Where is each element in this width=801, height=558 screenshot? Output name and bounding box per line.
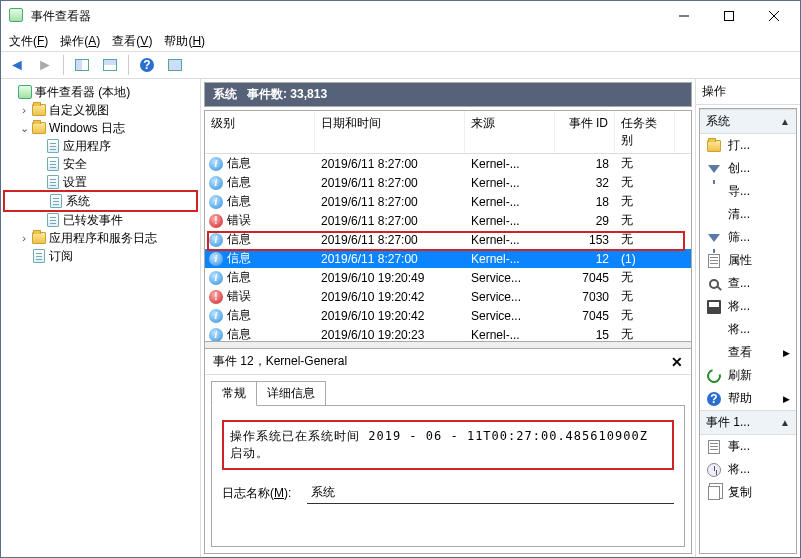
table-row[interactable]: i信息2019/6/11 8:27:00Kernel-...12(1) bbox=[205, 249, 691, 268]
back-button[interactable]: ◄ bbox=[5, 54, 29, 76]
prop-icon bbox=[706, 439, 722, 455]
svg-rect-0 bbox=[724, 12, 733, 21]
tree-subscriptions[interactable]: 订阅 bbox=[3, 247, 198, 265]
tree-app-service-logs[interactable]: ›应用程序和服务日志 bbox=[3, 229, 198, 247]
error-icon: ! bbox=[209, 290, 223, 304]
table-row[interactable]: i信息2019/6/10 19:20:42Service...7045无 bbox=[205, 306, 691, 325]
actions-header: 操作 bbox=[696, 79, 800, 105]
info-icon: i bbox=[209, 309, 223, 323]
title-bar: 事件查看器 bbox=[1, 1, 800, 31]
minimize-button[interactable] bbox=[661, 2, 706, 30]
col-level[interactable]: 级别 bbox=[205, 111, 315, 153]
table-row[interactable]: i信息2019/6/11 8:27:00Kernel-...18无 bbox=[205, 192, 691, 211]
refresh-icon-icon bbox=[706, 368, 722, 384]
chevron-up-icon: ▲ bbox=[780, 417, 790, 428]
action-item[interactable]: 将... bbox=[700, 295, 796, 318]
panes-button-3[interactable] bbox=[163, 54, 187, 76]
table-row[interactable]: i信息2019/6/10 19:20:49Service...7045无 bbox=[205, 268, 691, 287]
action-item[interactable]: 刷新 bbox=[700, 364, 796, 387]
funnel-icon-icon bbox=[706, 230, 722, 246]
grid-header[interactable]: 级别 日期和时间 来源 事件 ID 任务类别 bbox=[205, 111, 691, 154]
menu-file[interactable]: 文件(F) bbox=[9, 33, 48, 50]
menu-bar: 文件(F) 操作(A) 查看(V) 帮助(H) bbox=[1, 31, 800, 51]
table-row[interactable]: i信息2019/6/11 8:27:00Kernel-...18无 bbox=[205, 154, 691, 173]
app-icon bbox=[9, 8, 25, 24]
action-item[interactable]: 清... bbox=[700, 203, 796, 226]
tree-windows-logs[interactable]: ⌄Windows 日志 bbox=[3, 119, 198, 137]
info-icon: i bbox=[209, 157, 223, 171]
action-item[interactable]: ?帮助▶ bbox=[700, 387, 796, 410]
error-icon: ! bbox=[209, 214, 223, 228]
chevron-up-icon: ▲ bbox=[780, 116, 790, 127]
info-icon: i bbox=[209, 328, 223, 342]
action-item[interactable]: 事... bbox=[700, 435, 796, 458]
info-icon: i bbox=[209, 252, 223, 266]
close-detail-button[interactable]: ✕ bbox=[671, 354, 683, 370]
info-icon: i bbox=[209, 176, 223, 190]
table-row[interactable]: !错误2019/6/10 19:20:42Service...7030无 bbox=[205, 287, 691, 306]
logname-label: 日志名称(M): bbox=[222, 485, 291, 502]
col-datetime[interactable]: 日期和时间 bbox=[315, 111, 465, 153]
save-icon-icon bbox=[706, 299, 722, 315]
help-button[interactable]: ? bbox=[135, 54, 159, 76]
action-item[interactable]: 将... bbox=[700, 318, 796, 341]
tab-general[interactable]: 常规 bbox=[211, 381, 257, 406]
blank-icon bbox=[706, 322, 722, 338]
tree-custom-views[interactable]: ›自定义视图 bbox=[3, 101, 198, 119]
detail-title: 事件 12，Kernel-General bbox=[213, 353, 347, 370]
blank-icon bbox=[706, 345, 722, 361]
actions-section-event[interactable]: 事件 1...▲ bbox=[700, 410, 796, 435]
action-item[interactable]: 筛... bbox=[700, 226, 796, 249]
close-button[interactable] bbox=[751, 2, 796, 30]
menu-action[interactable]: 操作(A) bbox=[60, 33, 100, 50]
tree-log-forwarded[interactable]: 已转发事件 bbox=[3, 211, 198, 229]
tree-log-security[interactable]: 安全 bbox=[3, 155, 198, 173]
tree-root[interactable]: 事件查看器 (本地) bbox=[3, 83, 198, 101]
panes-button-2[interactable] bbox=[98, 54, 122, 76]
help-icon-icon: ? bbox=[706, 391, 722, 407]
menu-help[interactable]: 帮助(H) bbox=[164, 33, 205, 50]
action-item[interactable]: 查... bbox=[700, 272, 796, 295]
maximize-button[interactable] bbox=[706, 2, 751, 30]
info-icon: i bbox=[209, 233, 223, 247]
menu-view[interactable]: 查看(V) bbox=[112, 33, 152, 50]
logname-value: 系统 bbox=[307, 482, 674, 504]
info-icon: i bbox=[209, 271, 223, 285]
event-message: 操作系统已在系统时间 ‎2019‎ - ‎06‎ - ‎11T00:27:00.… bbox=[222, 420, 674, 470]
forward-button[interactable]: ► bbox=[33, 54, 57, 76]
toolbar: ◄ ► ? bbox=[1, 51, 800, 79]
actions-pane: 操作 系统▲ 打...创...导...清...筛...属性查...将...将..… bbox=[696, 79, 800, 557]
main-header: 系统 事件数: 33,813 bbox=[204, 82, 692, 107]
action-item[interactable]: 将... bbox=[700, 458, 796, 481]
tree-log-setup[interactable]: 设置 bbox=[3, 173, 198, 191]
clock-icon bbox=[706, 462, 722, 478]
nav-tree[interactable]: 事件查看器 (本地) ›自定义视图 ⌄Windows 日志 应用程序 安全 设置… bbox=[1, 79, 201, 557]
tree-log-application[interactable]: 应用程序 bbox=[3, 137, 198, 155]
window-title: 事件查看器 bbox=[29, 8, 661, 25]
table-row[interactable]: i信息2019/6/11 8:27:00Kernel-...153无 bbox=[205, 230, 691, 249]
col-source[interactable]: 来源 bbox=[465, 111, 555, 153]
info-icon: i bbox=[209, 195, 223, 209]
tree-log-system[interactable]: 系统 bbox=[6, 192, 195, 210]
detail-pane: 事件 12，Kernel-General ✕ 常规 详细信息 操作系统已在系统时… bbox=[204, 348, 692, 554]
col-eventid[interactable]: 事件 ID bbox=[555, 111, 615, 153]
actions-section-system[interactable]: 系统▲ bbox=[700, 109, 796, 134]
table-row[interactable]: i信息2019/6/10 19:20:23Kernel-...15无 bbox=[205, 325, 691, 342]
action-item[interactable]: 打... bbox=[700, 134, 796, 157]
panes-button-1[interactable] bbox=[70, 54, 94, 76]
col-task[interactable]: 任务类别 bbox=[615, 111, 675, 153]
funnel-icon-icon bbox=[706, 161, 722, 177]
folder-icon-icon bbox=[706, 138, 722, 154]
action-item[interactable]: 复制 bbox=[700, 481, 796, 504]
copy-icon bbox=[706, 485, 722, 501]
find-icon-icon bbox=[706, 276, 722, 292]
prop-icon-icon bbox=[706, 253, 722, 269]
events-grid[interactable]: 级别 日期和时间 来源 事件 ID 任务类别 i信息2019/6/11 8:27… bbox=[204, 110, 692, 342]
tab-details[interactable]: 详细信息 bbox=[256, 381, 326, 406]
action-item[interactable]: 创... bbox=[700, 157, 796, 180]
blank-icon bbox=[706, 184, 722, 200]
table-row[interactable]: i信息2019/6/11 8:27:00Kernel-...32无 bbox=[205, 173, 691, 192]
table-row[interactable]: !错误2019/6/11 8:27:00Kernel-...29无 bbox=[205, 211, 691, 230]
blank-icon bbox=[706, 207, 722, 223]
action-item[interactable]: 查看▶ bbox=[700, 341, 796, 364]
